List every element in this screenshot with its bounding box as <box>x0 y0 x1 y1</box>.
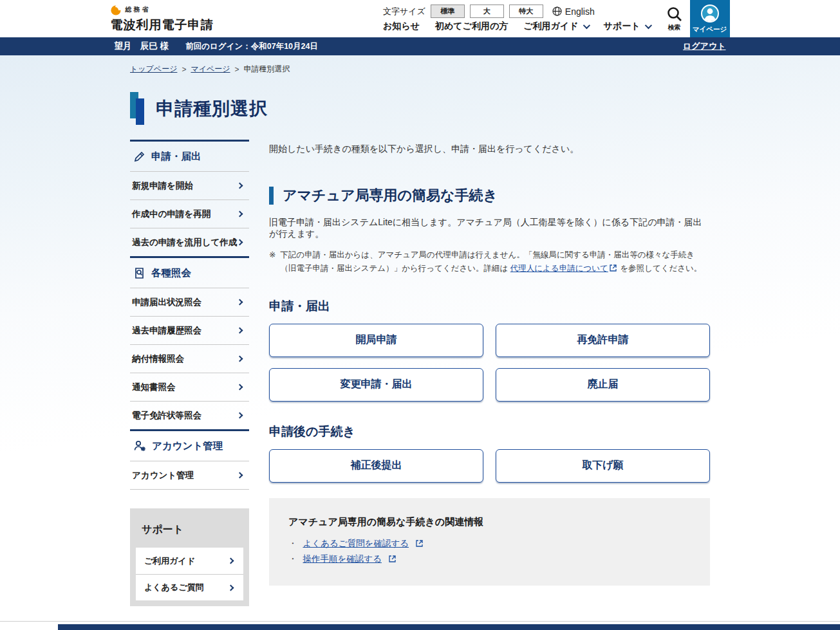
support-item-faq[interactable]: よくあるご質問 <box>136 574 243 600</box>
note-text: 下記の申請・届出からは、アマチュア局の代理申請は行えません。「無線局に関する申請… <box>280 248 710 276</box>
resubmit-after-correction-button[interactable]: 補正後提出 <box>269 449 483 483</box>
application-buttons: 開局申請 再免許申請 変更申請・届出 廃止届 <box>269 324 710 402</box>
globe-icon <box>552 6 562 16</box>
header-nav: お知らせ 初めてご利用の方 ご利用ガイド サポート <box>383 21 650 32</box>
relicense-application-button[interactable]: 再免許申請 <box>496 324 710 357</box>
nav-item-first-time[interactable]: 初めてご利用の方 <box>435 21 508 32</box>
pencil-icon <box>133 151 145 163</box>
related-info-box: アマチュア局専用の簡易な手続きの関連情報 ・ よくあるご質問を確認する ・ 操作… <box>269 498 710 586</box>
procedure-link[interactable]: 操作手順を確認する <box>303 553 382 565</box>
nav-item-support[interactable]: サポート <box>604 21 650 32</box>
sidebar-section-title: 各種照会 <box>151 266 191 280</box>
note: ※ 下記の申請・届出からは、アマチュア局の代理申請は行えません。「無線局に関する… <box>269 248 710 276</box>
person-gear-icon <box>133 440 146 452</box>
section-heading-marker <box>269 187 274 205</box>
chevron-right-icon <box>237 328 243 334</box>
chevron-right-icon <box>228 584 234 591</box>
site-header: 総務省 電波利用電子申請 文字サイズ 標準 大 特大 English <box>0 0 840 37</box>
text-size-label: 文字サイズ <box>383 6 425 17</box>
text-size-standard-button[interactable]: 標準 <box>431 5 465 18</box>
faq-link[interactable]: よくあるご質問を確認する <box>303 538 409 550</box>
mypage-label: マイページ <box>693 25 727 34</box>
proxy-application-link[interactable]: 代理人による申請について <box>510 264 608 273</box>
application-type-selection-page: { "colors": { "navy": "#1b3a6c", "accent… <box>0 0 840 630</box>
user-name: 望月 辰巳 様 <box>115 41 169 52</box>
sidebar-item-history-inquiry[interactable]: 過去申請履歴照会 <box>130 316 249 344</box>
breadcrumb-current: 申請種別選択 <box>244 64 290 75</box>
site-logo[interactable]: 総務省 電波利用電子申請 <box>111 0 214 37</box>
chevron-right-icon <box>237 211 243 218</box>
chevron-down-icon <box>644 22 651 29</box>
breadcrumb-mypage[interactable]: マイページ <box>191 64 230 75</box>
related-link-row: ・ よくあるご質問を確認する <box>288 538 691 550</box>
chevron-right-icon <box>237 356 243 362</box>
bullet: ・ <box>288 538 297 550</box>
sidebar-section-title: 申請・届出 <box>151 150 201 163</box>
sidebar-item-notice-inquiry[interactable]: 通知書照会 <box>130 373 249 401</box>
sidebar-item-new-application[interactable]: 新規申請を開始 <box>130 171 249 199</box>
chevron-right-icon <box>228 558 234 564</box>
group-heading-after-application: 申請後の手続き <box>269 423 710 440</box>
main-content: 開始したい手続きの種類を以下から選択し、申請・届出を行ってください。 アマチュア… <box>269 140 710 624</box>
note-mark: ※ <box>269 248 275 276</box>
bullet: ・ <box>288 553 297 565</box>
breadcrumb-separator: > <box>235 65 239 74</box>
withdrawal-request-button[interactable]: 取下げ願 <box>496 449 710 483</box>
sidebar-item-license-inquiry[interactable]: 電子免許状等照会 <box>130 401 249 429</box>
breadcrumb: トップページ > マイページ > 申請種別選択 <box>130 64 710 75</box>
user-bar: 望月 辰巳 様 前回のログイン：令和07年10月24日 ログアウト <box>0 37 840 55</box>
nav-item-guide[interactable]: ご利用ガイド <box>523 21 588 32</box>
sidebar-item-status-inquiry[interactable]: 申請届出状況照会 <box>130 288 249 316</box>
abolition-notification-button[interactable]: 廃止届 <box>496 368 710 402</box>
search-label: 検索 <box>668 23 681 32</box>
breadcrumb-top[interactable]: トップページ <box>130 64 177 75</box>
related-link-row: ・ 操作手順を確認する <box>288 553 691 565</box>
section-heading: アマチュア局専用の簡易な手続き <box>283 186 498 205</box>
sidebar-section-account: アカウント管理 アカウント管理 <box>130 429 249 490</box>
page-title: 申請種別選択 <box>156 97 268 121</box>
english-link[interactable]: English <box>552 6 595 17</box>
chevron-down-icon <box>583 22 590 29</box>
logout-link[interactable]: ログアウト <box>683 41 726 52</box>
group-heading-application: 申請・届出 <box>269 298 710 315</box>
sidebar-section-inquiry: 各種照会 申請届出状況照会 過去申請履歴照会 納付情報照会 通知書照会 <box>130 256 249 429</box>
document-search-icon <box>133 267 145 279</box>
chevron-right-icon <box>237 299 243 306</box>
search-icon <box>666 6 683 23</box>
intro-text: 開始したい手続きの種類を以下から選択し、申請・届出を行ってください。 <box>269 144 710 155</box>
footer-divider <box>0 621 840 622</box>
open-station-application-button[interactable]: 開局申請 <box>269 324 483 357</box>
sidebar-item-account-management[interactable]: アカウント管理 <box>130 461 249 489</box>
sidebar-item-payment-inquiry[interactable]: 納付情報照会 <box>130 344 249 373</box>
site-title: 電波利用電子申請 <box>111 17 214 33</box>
support-item-guide[interactable]: ご利用ガイド <box>136 548 243 574</box>
agency-name: 総務省 <box>126 5 151 14</box>
english-label: English <box>565 6 595 17</box>
mic-logo-icon <box>111 4 122 15</box>
chevron-right-icon <box>237 472 243 479</box>
chevron-right-icon <box>237 239 243 246</box>
support-box: サポート ご利用ガイド よくあるご質問 <box>130 508 249 606</box>
search-button[interactable]: 検索 <box>659 0 690 37</box>
nav-item-news[interactable]: お知らせ <box>383 21 420 32</box>
text-size-large-button[interactable]: 大 <box>470 5 504 18</box>
sidebar-item-reuse-past[interactable]: 過去の申請を流用して作成 <box>130 228 249 256</box>
page-background: トップページ > マイページ > 申請種別選択 申請種別選択 申請・届出 <box>0 55 840 624</box>
after-application-buttons: 補正後提出 取下げ願 <box>269 449 710 483</box>
page-title-row: 申請種別選択 <box>130 93 710 124</box>
last-login: 前回のログイン：令和07年10月24日 <box>185 41 318 52</box>
chevron-right-icon <box>237 412 243 419</box>
sidebar-section-application: 申請・届出 新規申請を開始 作成中の申請を再開 過去の申請を流用して作成 <box>130 140 249 256</box>
chevron-right-icon <box>237 384 243 391</box>
text-size-xlarge-button[interactable]: 特大 <box>509 5 543 18</box>
sidebar-item-resume-draft[interactable]: 作成中の申請を再開 <box>130 199 249 228</box>
section-description: 旧電子申請・届出システムLiteに相当します。アマチュア局（人工衛星等を除く）に… <box>269 217 710 240</box>
change-application-button[interactable]: 変更申請・届出 <box>269 368 483 402</box>
external-link-icon <box>610 264 617 272</box>
mypage-button[interactable]: マイページ <box>690 0 730 37</box>
sidebar-section-title: アカウント管理 <box>152 440 223 453</box>
breadcrumb-separator: > <box>182 65 186 74</box>
title-marker-navy <box>136 98 144 125</box>
person-circle-icon <box>700 4 720 23</box>
support-title: サポート <box>136 522 243 548</box>
